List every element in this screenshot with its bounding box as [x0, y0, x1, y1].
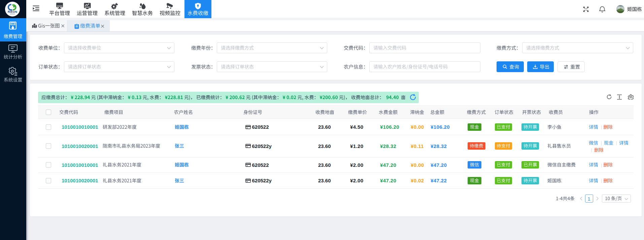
- svg-text:RIEON: RIEON: [7, 10, 17, 13]
